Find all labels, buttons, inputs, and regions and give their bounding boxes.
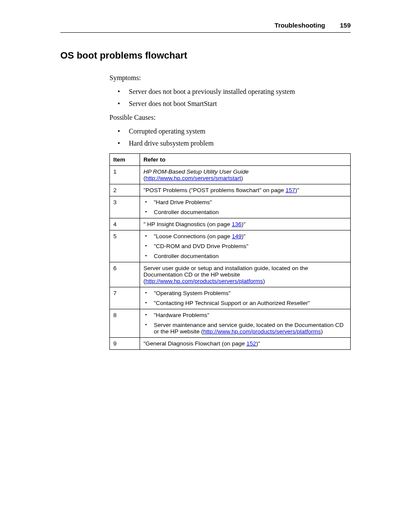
- hyperlink[interactable]: http://www.hp.com/products/servers/platf…: [146, 278, 263, 284]
- table-row: 9 "General Diagnosis Flowchart (on page …: [110, 338, 351, 350]
- item-number: 2: [110, 184, 140, 196]
- symptoms-label: Symptoms:: [109, 74, 351, 82]
- sub-item: "CD-ROM and DVD Drive Problems": [143, 243, 347, 249]
- italic-title: HP ROM-Based Setup Utility User Guide: [143, 168, 249, 175]
- refer-cell: Server user guide or setup and installat…: [140, 262, 351, 287]
- page-link[interactable]: 152: [246, 340, 256, 347]
- sub-item: "Operating System Problems": [143, 290, 347, 296]
- page-title: OS boot problems flowchart: [60, 50, 351, 61]
- item-number: 7: [110, 287, 140, 309]
- item-number: 4: [110, 218, 140, 230]
- causes-list: Corrupted operating system Hard drive su…: [120, 128, 351, 147]
- refer-cell: " HP Insight Diagnostics (on page 136)": [140, 218, 351, 230]
- sub-item: "Hard Drive Problems": [143, 199, 347, 205]
- item-number: 1: [110, 166, 140, 184]
- list-item: Server does not boot a previously instal…: [120, 88, 351, 96]
- table-row: 7 "Operating System Problems" "Contactin…: [110, 287, 351, 309]
- table-row: 8 "Hardware Problems" Server maintenance…: [110, 309, 351, 338]
- page-header: Troubleshooting 159: [60, 22, 351, 33]
- table-row: 6 Server user guide or setup and install…: [110, 262, 351, 287]
- refer-cell: "Hard Drive Problems" Controller documen…: [140, 196, 351, 218]
- reference-table: Item Refer to 1 HP ROM-Based Setup Utili…: [109, 153, 351, 350]
- refer-cell: HP ROM-Based Setup Utility User Guide (h…: [140, 166, 351, 184]
- sub-item: "Loose Connections (on page 149)": [143, 233, 347, 240]
- text-pre: "Loose Connections (on page: [154, 233, 232, 240]
- symptoms-list: Server does not boot a previously instal…: [120, 88, 351, 108]
- list-item: Corrupted operating system: [120, 128, 351, 135]
- table-header-refer: Refer to: [140, 154, 351, 166]
- sub-item: Controller documentation: [143, 209, 347, 215]
- header-section-title: Troubleshooting: [274, 22, 325, 29]
- item-number: 3: [110, 196, 140, 218]
- item-number: 6: [110, 262, 140, 287]
- causes-label: Possible Causes:: [109, 114, 351, 121]
- text-post: )": [241, 221, 245, 227]
- text-post: )": [295, 187, 299, 193]
- table-row: 5 "Loose Connections (on page 149)" "CD-…: [110, 230, 351, 262]
- text-post: )": [242, 233, 246, 240]
- text-pre: " HP Insight Diagnostics (on page: [143, 221, 232, 227]
- sub-item: Server maintenance and service guide, lo…: [143, 322, 347, 335]
- item-number: 9: [110, 338, 140, 350]
- refer-cell: "Loose Connections (on page 149)" "CD-RO…: [140, 230, 351, 262]
- item-number: 8: [110, 309, 140, 338]
- refer-cell: "General Diagnosis Flowchart (on page 15…: [140, 338, 351, 350]
- hyperlink[interactable]: http://www.hp.com/servers/smartstart: [146, 175, 241, 181]
- text-post: )": [256, 340, 260, 347]
- item-number: 5: [110, 230, 140, 262]
- sub-item: Controller documentation: [143, 253, 347, 259]
- table-row: 4 " HP Insight Diagnostics (on page 136)…: [110, 218, 351, 230]
- sub-item: "Hardware Problems": [143, 312, 347, 318]
- page-link[interactable]: 149: [232, 233, 242, 240]
- refer-cell: "POST Problems ("POST problems flowchart…: [140, 184, 351, 196]
- table-header-item: Item: [110, 154, 140, 166]
- page-link[interactable]: 136: [232, 221, 242, 227]
- content-block: Symptoms: Server does not boot a previou…: [109, 74, 351, 350]
- sub-item: "Contacting HP Technical Support or an A…: [143, 300, 347, 306]
- text-pre: "General Diagnosis Flowchart (on page: [143, 340, 246, 347]
- header-page-number: 159: [340, 22, 351, 29]
- list-item: Hard drive subsystem problem: [120, 140, 351, 147]
- text-post: ): [263, 278, 265, 284]
- text-pre: "POST Problems ("POST problems flowchart…: [143, 187, 286, 193]
- paren-close: ): [241, 175, 243, 181]
- hyperlink[interactable]: http://www.hp.com/products/servers/platf…: [203, 328, 321, 335]
- list-item: Server does not boot SmartStart: [120, 100, 351, 108]
- document-page: Troubleshooting 159 OS boot problems flo…: [0, 0, 411, 371]
- table-row: 2 "POST Problems ("POST problems flowcha…: [110, 184, 351, 196]
- refer-cell: "Hardware Problems" Server maintenance a…: [140, 309, 351, 338]
- page-link[interactable]: 157: [286, 187, 296, 193]
- text-post: ): [321, 328, 323, 335]
- refer-cell: "Operating System Problems" "Contacting …: [140, 287, 351, 309]
- table-row: 1 HP ROM-Based Setup Utility User Guide …: [110, 166, 351, 184]
- table-row: 3 "Hard Drive Problems" Controller docum…: [110, 196, 351, 218]
